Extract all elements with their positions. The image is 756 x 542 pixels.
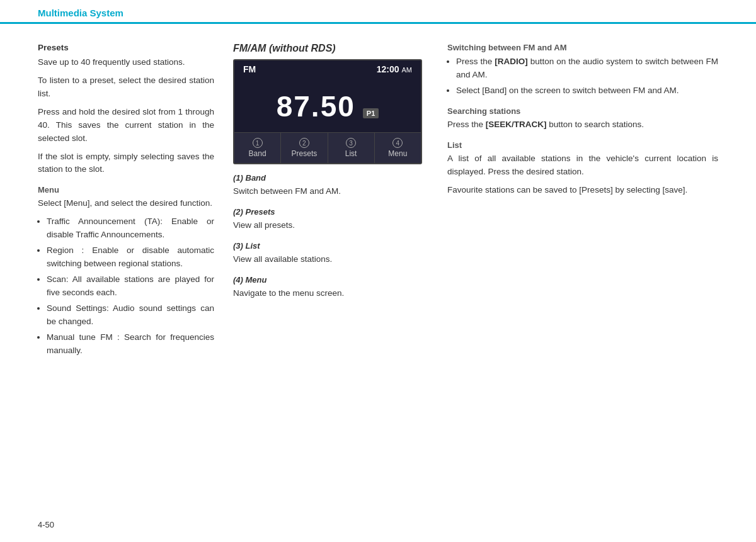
left-column: Presets Save up to 40 frequently used st… <box>38 43 214 363</box>
radio-bold: [RADIO] <box>495 57 528 66</box>
list-item: Region : Enable or disable automatic swi… <box>47 244 214 271</box>
page-number: 4-50 <box>38 520 54 529</box>
list-title: List <box>447 140 718 150</box>
main-content: Presets Save up to 40 frequently used st… <box>0 43 756 363</box>
searching-text: Press the [SEEK/TRACK] button to search … <box>447 118 718 132</box>
presets-text: View all presets. <box>233 219 428 232</box>
list-item: Traffic Announcement (TA): Enable or dis… <box>47 215 214 242</box>
radio-buttons: 1 Band 2 Presets 3 List 4 Menu <box>234 132 421 163</box>
list-item: Select [Band] on the screen to switch be… <box>456 84 718 98</box>
radio-presets-button[interactable]: 2 Presets <box>281 133 328 163</box>
seek-track-bold: [SEEK/TRACK] <box>486 120 547 129</box>
band-text: Switch between FM and AM. <box>233 185 428 198</box>
list-p2: Favourite stations can be saved to [Pres… <box>447 184 718 197</box>
middle-column: FM/AM (without RDS) FM 12:00 AM 87.50 P1… <box>233 43 428 363</box>
radio-menu-button[interactable]: 4 Menu <box>375 133 421 163</box>
switching-list: Press the [RADIO] button on the audio sy… <box>447 55 718 98</box>
page-footer: 4-50 <box>38 520 54 529</box>
presets-p1: Save up to 40 frequently used stations. <box>38 56 214 69</box>
radio-top-bar: FM 12:00 AM <box>234 60 421 78</box>
band-subtitle: (1) Band <box>233 173 428 183</box>
right-column: Switching between FM and AM Press the [R… <box>447 43 718 363</box>
presets-p2: To listen to a preset, select the desire… <box>38 74 214 101</box>
list-item: Press the [RADIO] button on the audio sy… <box>456 55 718 82</box>
searching-title: Searching stations <box>447 106 718 116</box>
menu-title: Menu <box>38 185 214 195</box>
menu-text: Navigate to the menu screen. <box>233 287 428 300</box>
header-title: Multimedia System <box>38 8 123 18</box>
menu-list: Traffic Announcement (TA): Enable or dis… <box>38 215 214 357</box>
radio-freq-area: 87.50 P1 <box>234 78 421 132</box>
radio-band-button[interactable]: 1 Band <box>234 133 281 163</box>
presets-subtitle: (2) Presets <box>233 207 428 217</box>
radio-list-button[interactable]: 3 List <box>328 133 375 163</box>
list-subtitle: (3) List <box>233 241 428 251</box>
radio-time: 12:00 AM <box>377 64 412 74</box>
list-text: View all available stations. <box>233 253 428 266</box>
switching-title: Switching between FM and AM <box>447 43 718 52</box>
list-item: Scan: All available stations are played … <box>47 273 214 300</box>
presets-p3: Press and hold the desired slot from 1 t… <box>38 106 214 145</box>
menu-p1: Select [Menu], and select the desired fu… <box>38 197 214 210</box>
radio-preset-badge: P1 <box>363 108 379 118</box>
radio-fm-label: FM <box>243 64 256 74</box>
list-item: Sound Settings: Audio sound settings can… <box>47 302 214 329</box>
presets-title: Presets <box>38 43 214 52</box>
presets-p4: If the slot is empty, simply selecting s… <box>38 150 214 177</box>
list-item: Manual tune FM : Search for frequencies … <box>47 331 214 358</box>
radio-display: FM 12:00 AM 87.50 P1 1 Band 2 Presets <box>233 59 422 164</box>
radio-frequency: 87.50 <box>277 89 355 123</box>
menu-subtitle: (4) Menu <box>233 275 428 285</box>
page-header: Multimedia System <box>0 0 756 24</box>
fmam-title: FM/AM (without RDS) <box>233 43 428 54</box>
list-p1: A list of all available stations in the … <box>447 152 718 179</box>
